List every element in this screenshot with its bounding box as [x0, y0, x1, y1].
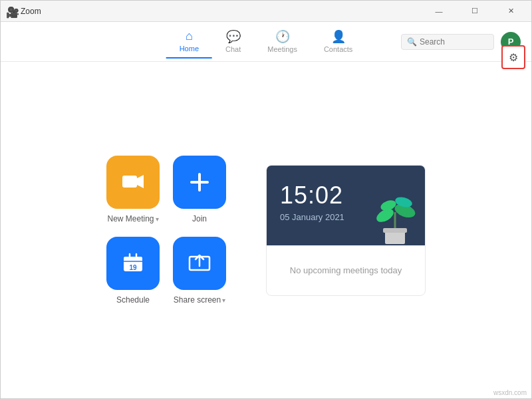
close-button[interactable]: ✕ — [495, 1, 526, 22]
new-meeting-button[interactable] — [106, 156, 160, 209]
main-content: New Meeting ▾ Join — [1, 62, 531, 398]
chat-icon: 💬 — [226, 29, 241, 44]
nav-meetings-label: Meetings — [267, 45, 297, 53]
video-camera-icon — [121, 170, 145, 194]
meeting-panel: 15:02 05 January 2021 — [266, 165, 426, 296]
join-icon — [188, 170, 211, 194]
navbar: ⌂ Home 💬 Chat 🕐 Meetings 👤 Contacts 🔍 P — [1, 22, 531, 62]
schedule-label: Schedule — [116, 295, 150, 305]
nav-items: ⌂ Home 💬 Chat 🕐 Meetings 👤 Contacts — [166, 25, 366, 59]
schedule-button[interactable]: 19 — [106, 237, 160, 290]
minimize-button[interactable]: — — [424, 1, 454, 22]
nav-home-label: Home — [180, 45, 199, 53]
chevron-icon: ▾ — [156, 215, 159, 223]
nav-meetings[interactable]: 🕐 Meetings — [254, 25, 311, 59]
share-screen-button[interactable] — [173, 237, 226, 290]
nav-contacts[interactable]: 👤 Contacts — [311, 25, 366, 59]
join-label: Join — [192, 214, 207, 223]
action-item-new-meeting[interactable]: New Meeting ▾ — [106, 156, 160, 223]
nav-home[interactable]: ⌂ Home — [166, 25, 212, 59]
action-item-join[interactable]: Join — [173, 156, 226, 223]
nav-chat[interactable]: 💬 Chat — [212, 25, 254, 59]
actions-grid: New Meeting ▾ Join — [106, 156, 226, 305]
share-screen-label: Share screen ▾ — [174, 295, 225, 305]
search-input[interactable] — [420, 37, 488, 47]
zoom-window: 🎥 Zoom — ☐ ✕ ⌂ Home 💬 Chat 🕐 Meetings 👤 — [0, 0, 532, 399]
maximize-button[interactable]: ☐ — [460, 1, 490, 22]
contacts-icon: 👤 — [331, 29, 346, 44]
svg-text:19: 19 — [129, 264, 137, 271]
gear-icon: ⚙ — [509, 51, 518, 64]
action-item-share-screen[interactable]: Share screen ▾ — [173, 237, 226, 305]
action-item-schedule[interactable]: 19 Schedule — [106, 237, 160, 305]
svg-rect-0 — [122, 176, 137, 188]
nav-contacts-label: Contacts — [324, 45, 352, 53]
meetings-icon: 🕐 — [275, 29, 290, 44]
search-icon: 🔍 — [407, 37, 417, 47]
new-meeting-label: New Meeting ▾ — [107, 214, 158, 223]
app-title: Zoom — [21, 7, 424, 16]
svg-marker-1 — [137, 175, 144, 188]
calendar-icon: 19 — [121, 251, 145, 275]
content-inner: New Meeting ▾ Join — [106, 156, 426, 305]
watermark: wsxdn.com — [493, 389, 527, 396]
svg-rect-13 — [383, 228, 407, 233]
clock-area: 15:02 05 January 2021 — [267, 166, 425, 245]
titlebar: 🎥 Zoom — ☐ ✕ — [1, 1, 531, 22]
no-meetings-message: No upcoming meetings today — [267, 245, 425, 295]
share-screen-icon — [188, 251, 211, 275]
settings-button[interactable]: ⚙ — [501, 45, 525, 69]
join-button[interactable] — [173, 156, 226, 209]
chevron-icon-share: ▾ — [222, 297, 225, 304]
plant-decoration — [372, 186, 418, 245]
window-controls: — ☐ ✕ — [424, 1, 526, 22]
app-icon: 🎥 — [6, 6, 17, 17]
nav-chat-label: Chat — [225, 45, 241, 53]
search-box[interactable]: 🔍 — [401, 34, 494, 50]
home-icon: ⌂ — [186, 29, 193, 43]
